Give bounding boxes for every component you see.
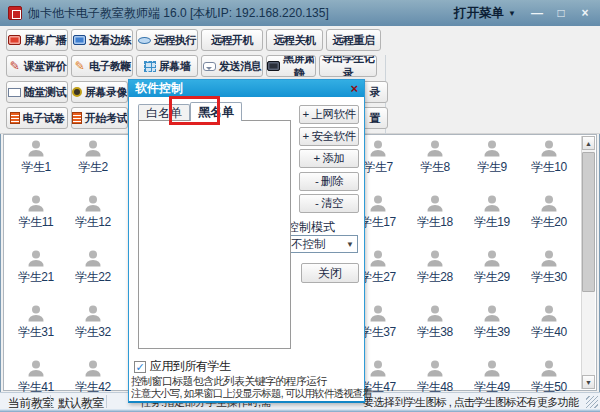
scrollbar[interactable]: ▲ ▼ <box>581 136 595 389</box>
dialog-hint-line-2: 注意大小写, 如果窗口上没显示标题, 可以用软件透视查看 <box>131 387 372 401</box>
toolbar-button-2-1[interactable]: ✎课堂评价 <box>6 55 68 77</box>
dialog-close-icon[interactable]: × <box>350 82 358 95</box>
student-name: 学生11 <box>8 214 64 231</box>
toolbar-button-1-2[interactable]: 边看边练 <box>71 29 133 51</box>
maximize-button[interactable]: □ <box>554 6 568 20</box>
toolbar-button-2-6[interactable]: 导出学生记录 <box>319 55 377 77</box>
toolbar-button-label: 屏幕录像 <box>85 85 127 100</box>
student-50[interactable]: 学生50 <box>521 359 577 396</box>
student-10[interactable]: 学生10 <box>521 139 577 176</box>
student-icon <box>425 139 445 159</box>
dialog-titlebar[interactable]: 软件控制 × <box>129 80 364 97</box>
student-name: 学生22 <box>65 269 121 286</box>
toolbar-button-label: 边看边练 <box>89 33 131 48</box>
student-8[interactable]: 学生8 <box>407 139 463 176</box>
student-name: 学生8 <box>407 159 463 176</box>
toolbar-button-1-6[interactable]: 远程重启 <box>326 29 381 51</box>
add-security-software-button[interactable]: + 安全软件 <box>299 127 359 146</box>
toolbar-button-1-3[interactable]: 远程执行 <box>136 29 198 51</box>
add-internet-software-button[interactable]: + 上网软件 <box>299 105 359 124</box>
student-30[interactable]: 学生30 <box>521 249 577 286</box>
student-18[interactable]: 学生18 <box>407 194 463 231</box>
student-icon <box>83 139 103 159</box>
student-11[interactable]: 学生11 <box>8 194 64 231</box>
status-divider <box>50 395 51 408</box>
screen-blue-icon <box>73 35 86 45</box>
student-41[interactable]: 学生41 <box>8 359 64 396</box>
student-28[interactable]: 学生28 <box>407 249 463 286</box>
student-9[interactable]: 学生9 <box>464 139 520 176</box>
student-name: 学生10 <box>521 159 577 176</box>
student-19[interactable]: 学生19 <box>464 194 520 231</box>
toolbar-button-4-2[interactable]: 开始考试 <box>71 107 128 129</box>
clear-button[interactable]: - 清空 <box>299 194 359 213</box>
toolbar-button-1-1[interactable]: 屏幕广播 <box>6 29 68 51</box>
blacklist-listbox[interactable] <box>138 120 291 349</box>
toolbar-button-label: 发送消息 <box>219 59 261 74</box>
student-31[interactable]: 学生31 <box>8 304 64 341</box>
toolbar-button-label: 导出学生记录 <box>320 55 376 77</box>
student-icon <box>26 359 46 379</box>
toolbar-button-label: 屏幕广播 <box>24 33 66 48</box>
student-49[interactable]: 学生49 <box>464 359 520 396</box>
apply-all-row: ✓ 应用到所有学生 <box>134 358 231 375</box>
toolbar-button-2-4[interactable]: 发送消息 <box>201 55 263 77</box>
student-name: 学生9 <box>464 159 520 176</box>
scrollbar-thumb[interactable] <box>582 152 595 292</box>
minimize-button[interactable]: — <box>530 6 544 20</box>
student-name: 学生31 <box>8 324 64 341</box>
delete-button[interactable]: - 删除 <box>299 172 359 191</box>
toolbar-button-2-5[interactable]: 黑屏肃静 <box>266 55 316 77</box>
student-name: 学生20 <box>521 214 577 231</box>
student-32[interactable]: 学生32 <box>65 304 121 341</box>
student-39[interactable]: 学生39 <box>464 304 520 341</box>
toolbar-button-3-2[interactable]: 屏幕录像 <box>71 81 128 103</box>
student-48[interactable]: 学生48 <box>407 359 463 396</box>
student-name: 学生39 <box>464 324 520 341</box>
screen-red-icon <box>8 35 21 45</box>
student-40[interactable]: 学生40 <box>521 304 577 341</box>
add-button[interactable]: + 添加 <box>299 149 359 168</box>
student-29[interactable]: 学生29 <box>464 249 520 286</box>
student-name: 学生18 <box>407 214 463 231</box>
student-icon <box>539 194 559 214</box>
software-control-dialog: 软件控制 × 白名单 黑名单 + 上网软件 + 安全软件 + 添加 - 删除 -… <box>128 79 365 403</box>
student-22[interactable]: 学生22 <box>65 249 121 286</box>
student-name: 学生32 <box>65 324 121 341</box>
chevron-down-icon: ▼ <box>346 240 354 249</box>
toolbar-button-3-1[interactable]: 随堂测试 <box>6 81 68 103</box>
toolbar-button-4-1[interactable]: 电子试卷 <box>6 107 68 129</box>
disc-blue-icon <box>138 37 151 44</box>
toolbar-button-label: 开始考试 <box>85 111 127 126</box>
control-mode-select[interactable]: 不控制 ▼ <box>287 235 358 253</box>
window-title: 伽卡他卡电子教室教师端 16.0 [本机IP: 192.168.220.135] <box>28 5 329 22</box>
student-icon <box>425 249 445 269</box>
toolbar-button-label: 远程关机 <box>274 33 316 48</box>
student-name: 学生21 <box>8 269 64 286</box>
student-12[interactable]: 学生12 <box>65 194 121 231</box>
student-21[interactable]: 学生21 <box>8 249 64 286</box>
toolbar-button-1-5[interactable]: 远程关机 <box>266 29 323 51</box>
open-menu-button[interactable]: 打开菜单 ▼ <box>454 5 530 22</box>
student-2[interactable]: 学生2 <box>65 139 121 176</box>
status-help-text: 要选择到学生图标 , 点击学生图标还有更多功能 <box>363 395 578 410</box>
student-1[interactable]: 学生1 <box>8 139 64 176</box>
dialog-close-button[interactable]: 关闭 <box>301 263 359 283</box>
toolbar-button-2-2[interactable]: ✎电子教鞭 <box>71 55 133 77</box>
student-20[interactable]: 学生20 <box>521 194 577 231</box>
apply-all-checkbox[interactable]: ✓ <box>134 361 146 373</box>
close-button[interactable]: × <box>578 6 592 20</box>
resize-grip[interactable] <box>586 396 598 408</box>
pen-red-icon: ✎ <box>8 60 21 73</box>
student-icon <box>26 139 46 159</box>
toolbar-button-2-3[interactable]: 屏幕墙 <box>136 55 198 77</box>
toolbar-row-2: ✎课堂评价✎电子教鞭屏幕墙发送消息黑屏肃静导出学生记录 <box>6 55 377 77</box>
student-38[interactable]: 学生38 <box>407 304 463 341</box>
student-icon <box>539 359 559 379</box>
pencil-orange-icon: ✎ <box>73 60 86 73</box>
scroll-down-icon[interactable]: ▼ <box>582 375 595 389</box>
student-name: 学生38 <box>407 324 463 341</box>
scroll-up-icon[interactable]: ▲ <box>582 136 595 150</box>
toolbar-button-1-4[interactable]: 远程开机 <box>201 29 263 51</box>
student-42[interactable]: 学生42 <box>65 359 121 396</box>
